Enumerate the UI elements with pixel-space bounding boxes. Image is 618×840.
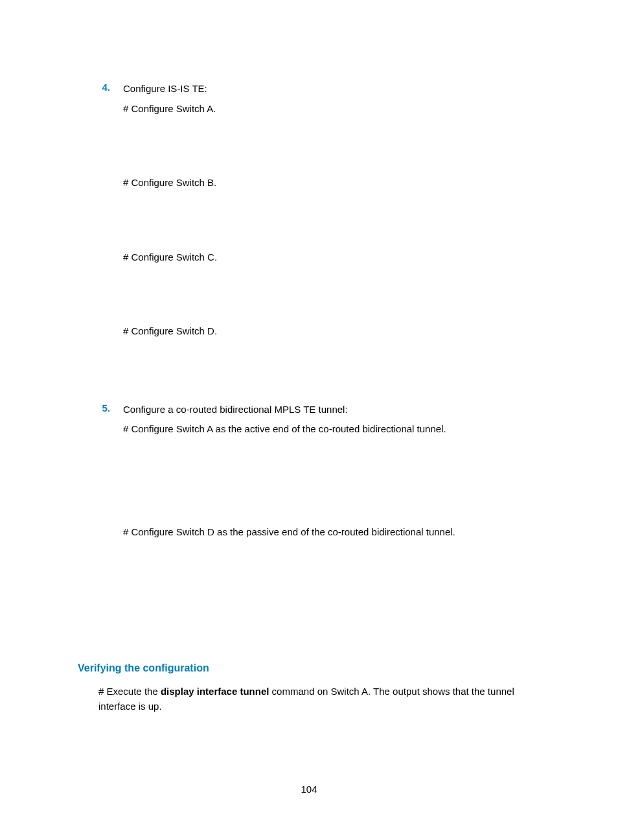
verify-text-bold: display interface tunnel <box>161 686 269 697</box>
step5-title: Configure a co-routed bidirectional MPLS… <box>123 402 551 417</box>
step5-switch-d: # Configure Switch D as the passive end … <box>123 525 551 540</box>
verify-heading: Verifying the configuration <box>78 662 551 674</box>
step4-title: Configure IS-IS TE: <box>123 82 551 97</box>
page-number: 104 <box>0 784 618 795</box>
verify-text-pre: # Execute the <box>98 686 161 697</box>
step4-switch-a: # Configure Switch A. <box>123 102 551 117</box>
step4-switch-d: # Configure Switch D. <box>123 324 551 339</box>
verify-text: # Execute the display interface tunnel c… <box>98 684 551 714</box>
step-number-4: 4. <box>78 82 123 399</box>
step4-switch-b: # Configure Switch B. <box>123 176 551 191</box>
step5-switch-a: # Configure Switch A as the active end o… <box>123 422 551 437</box>
step4-switch-c: # Configure Switch C. <box>123 250 551 265</box>
step-number-5: 5. <box>78 402 123 628</box>
